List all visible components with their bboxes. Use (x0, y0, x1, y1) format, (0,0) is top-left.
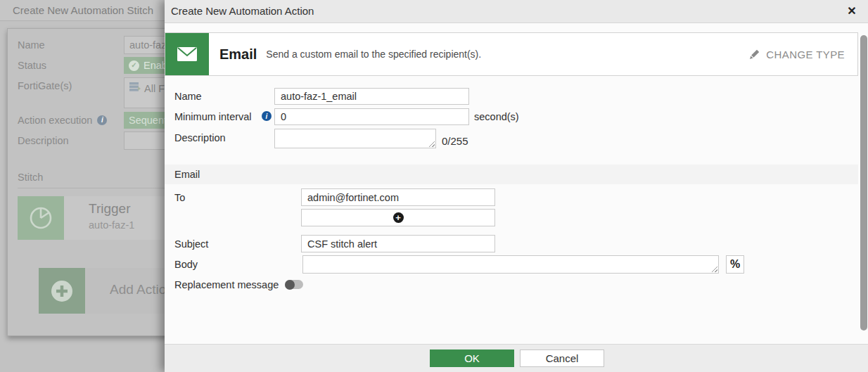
body-label: Body (174, 257, 198, 271)
body-textarea[interactable] (302, 255, 719, 274)
screen: Create New Automation Stitch Name auto-f… (0, 0, 868, 372)
action-type-name: Email (219, 46, 257, 63)
close-icon[interactable]: ✕ (843, 0, 861, 23)
cancel-button[interactable]: Cancel (520, 349, 604, 367)
info-icon: i (262, 111, 272, 121)
info-icon: i (97, 115, 107, 125)
action-type-description: Send a custom email to the specified rec… (266, 49, 481, 60)
bg-trigger-name: auto-faz-1 (89, 219, 134, 231)
bg-status-label: Status (18, 58, 46, 72)
email-section-header: Email (165, 165, 858, 184)
trigger-icon-tile (18, 196, 64, 240)
fortigate-device-icon (129, 82, 141, 91)
bg-fortigates-label: FortiGate(s) (18, 79, 72, 93)
description-field-wrap (274, 129, 436, 148)
name-input[interactable] (274, 88, 469, 105)
to-input[interactable] (301, 188, 495, 206)
description-textarea[interactable] (274, 129, 436, 148)
modal-title: Create New Automation Action (171, 5, 314, 17)
action-type-card: Email Send a custom email to the specifi… (165, 32, 858, 76)
bg-page-title: Create New Automation Stitch (13, 4, 153, 16)
add-action-icon-tile (39, 268, 85, 314)
description-label: Description (174, 131, 226, 145)
min-interval-label: Minimum interval (174, 110, 252, 124)
modal-footer: OK Cancel (165, 344, 868, 372)
modal-title-bar: Create New Automation Action ✕ (165, 0, 868, 23)
description-char-counter: 0/255 (442, 135, 468, 147)
envelope-icon (177, 46, 198, 62)
ok-button[interactable]: OK (430, 349, 514, 367)
plus-circle-icon: + (393, 212, 404, 223)
email-type-tile (165, 33, 209, 75)
replacement-message-label: Replacement message (174, 278, 279, 292)
change-type-button[interactable]: CHANGE TYPE (749, 49, 845, 60)
bg-name-label: Name (18, 38, 45, 52)
bg-trigger-title: Trigger (89, 201, 130, 217)
insert-variable-button[interactable]: % (726, 255, 744, 274)
bg-description-label: Description (18, 134, 69, 148)
plus-circle-icon (49, 278, 75, 304)
replacement-message-toggle[interactable] (285, 280, 303, 289)
min-interval-unit: second(s) (474, 110, 519, 124)
add-recipient-button[interactable]: + (301, 209, 495, 226)
min-interval-input[interactable] (274, 108, 469, 125)
name-label: Name (174, 89, 202, 103)
bg-stitch-section-label: Stitch (18, 170, 43, 184)
pie-chart-icon (28, 205, 53, 231)
modal-scrollbar[interactable] (860, 35, 867, 331)
create-action-modal: Create New Automation Action ✕ Email Sen… (165, 0, 868, 372)
subject-input[interactable] (301, 235, 495, 252)
to-label: To (174, 191, 185, 205)
check-circle-icon: ✓ (129, 60, 139, 71)
toggle-knob (285, 280, 295, 290)
subject-label: Subject (174, 237, 208, 251)
pencil-icon (749, 49, 760, 60)
bg-action-execution-label: Action execution i (18, 113, 107, 127)
body-field-wrap (302, 255, 719, 274)
